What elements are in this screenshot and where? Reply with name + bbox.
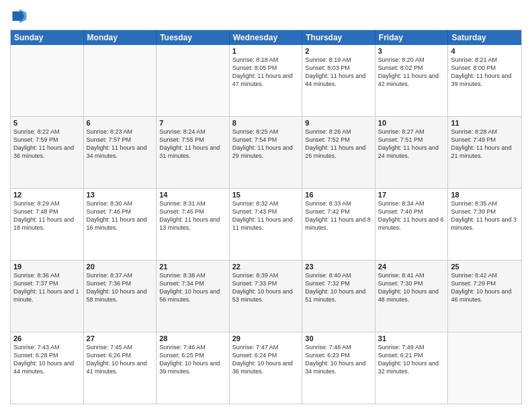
empty-cell — [84, 45, 157, 116]
cell-details: Sunrise: 8:27 AM Sunset: 7:51 PM Dayligh… — [378, 128, 445, 161]
cell-details: Sunrise: 7:46 AM Sunset: 6:25 PM Dayligh… — [159, 343, 226, 376]
calendar-body: 1Sunrise: 8:18 AM Sunset: 8:05 PM Daylig… — [11, 45, 521, 404]
day-cell-8: 8Sunrise: 8:25 AM Sunset: 7:54 PM Daylig… — [230, 117, 303, 188]
cell-details: Sunrise: 8:31 AM Sunset: 7:45 PM Dayligh… — [159, 199, 226, 232]
day-number: 23 — [305, 263, 372, 271]
day-number: 6 — [87, 119, 154, 127]
cell-details: Sunrise: 8:37 AM Sunset: 7:36 PM Dayligh… — [87, 271, 154, 304]
day-number: 16 — [305, 191, 372, 199]
svg-marker-3 — [13, 11, 25, 21]
empty-cell — [11, 45, 84, 116]
day-cell-6: 6Sunrise: 8:23 AM Sunset: 7:57 PM Daylig… — [84, 117, 157, 188]
day-number: 3 — [378, 47, 445, 55]
day-number: 17 — [378, 191, 445, 199]
day-cell-29: 29Sunrise: 7:47 AM Sunset: 6:24 PM Dayli… — [230, 332, 303, 404]
day-cell-12: 12Sunrise: 8:29 AM Sunset: 7:48 PM Dayli… — [11, 189, 84, 260]
calendar-row-4: 26Sunrise: 7:43 AM Sunset: 6:28 PM Dayli… — [11, 332, 521, 404]
cell-details: Sunrise: 8:33 AM Sunset: 7:42 PM Dayligh… — [305, 199, 372, 232]
day-number: 10 — [378, 119, 445, 127]
day-number: 21 — [159, 263, 226, 271]
day-cell-15: 15Sunrise: 8:32 AM Sunset: 7:43 PM Dayli… — [230, 189, 303, 260]
day-number: 5 — [13, 119, 81, 127]
cell-details: Sunrise: 8:42 AM Sunset: 7:29 PM Dayligh… — [451, 271, 519, 304]
day-cell-16: 16Sunrise: 8:33 AM Sunset: 7:42 PM Dayli… — [302, 189, 375, 260]
day-number: 14 — [159, 191, 226, 199]
day-cell-17: 17Sunrise: 8:34 AM Sunset: 7:40 PM Dayli… — [375, 189, 449, 260]
day-cell-28: 28Sunrise: 7:46 AM Sunset: 6:25 PM Dayli… — [157, 332, 230, 404]
day-number: 28 — [159, 334, 226, 342]
day-number: 8 — [232, 119, 300, 127]
day-cell-13: 13Sunrise: 8:30 AM Sunset: 7:46 PM Dayli… — [84, 189, 157, 260]
header-day-tuesday: Tuesday — [157, 30, 230, 45]
cell-details: Sunrise: 8:38 AM Sunset: 7:34 PM Dayligh… — [159, 271, 226, 304]
calendar-header: SundayMondayTuesdayWednesdayThursdayFrid… — [11, 30, 521, 45]
logo — [10, 7, 32, 26]
cell-details: Sunrise: 8:26 AM Sunset: 7:52 PM Dayligh… — [305, 128, 372, 161]
day-cell-24: 24Sunrise: 8:41 AM Sunset: 7:30 PM Dayli… — [375, 261, 449, 332]
cell-details: Sunrise: 8:41 AM Sunset: 7:30 PM Dayligh… — [378, 271, 445, 304]
cell-details: Sunrise: 8:32 AM Sunset: 7:43 PM Dayligh… — [232, 199, 300, 232]
header — [10, 7, 522, 26]
day-number: 13 — [87, 191, 154, 199]
day-cell-2: 2Sunrise: 8:19 AM Sunset: 8:03 PM Daylig… — [302, 45, 375, 116]
day-number: 15 — [232, 191, 300, 199]
cell-details: Sunrise: 8:20 AM Sunset: 8:02 PM Dayligh… — [378, 56, 445, 89]
day-cell-4: 4Sunrise: 8:21 AM Sunset: 8:00 PM Daylig… — [448, 45, 521, 116]
day-cell-5: 5Sunrise: 8:22 AM Sunset: 7:59 PM Daylig… — [11, 117, 84, 188]
cell-details: Sunrise: 8:19 AM Sunset: 8:03 PM Dayligh… — [305, 56, 372, 89]
day-number: 25 — [451, 263, 519, 271]
cell-details: Sunrise: 8:30 AM Sunset: 7:46 PM Dayligh… — [87, 199, 154, 232]
calendar-row-2: 12Sunrise: 8:29 AM Sunset: 7:48 PM Dayli… — [11, 188, 521, 260]
day-cell-31: 31Sunrise: 7:49 AM Sunset: 6:21 PM Dayli… — [375, 332, 449, 404]
cell-details: Sunrise: 8:36 AM Sunset: 7:37 PM Dayligh… — [13, 271, 81, 304]
day-number: 11 — [451, 119, 519, 127]
day-number: 29 — [232, 334, 300, 342]
day-number: 2 — [305, 47, 372, 55]
cell-details: Sunrise: 8:39 AM Sunset: 7:33 PM Dayligh… — [232, 271, 300, 304]
day-number: 4 — [451, 47, 519, 55]
header-day-monday: Monday — [84, 30, 157, 45]
header-day-friday: Friday — [375, 30, 449, 45]
header-day-thursday: Thursday — [302, 30, 375, 45]
empty-cell — [157, 45, 230, 116]
day-cell-19: 19Sunrise: 8:36 AM Sunset: 7:37 PM Dayli… — [11, 261, 84, 332]
cell-details: Sunrise: 8:35 AM Sunset: 7:39 PM Dayligh… — [451, 199, 519, 232]
header-day-wednesday: Wednesday — [230, 30, 303, 45]
day-cell-18: 18Sunrise: 8:35 AM Sunset: 7:39 PM Dayli… — [448, 189, 521, 260]
day-cell-23: 23Sunrise: 8:40 AM Sunset: 7:32 PM Dayli… — [302, 261, 375, 332]
day-number: 31 — [378, 334, 445, 342]
day-cell-27: 27Sunrise: 7:45 AM Sunset: 6:26 PM Dayli… — [84, 332, 157, 404]
calendar-row-0: 1Sunrise: 8:18 AM Sunset: 8:05 PM Daylig… — [11, 45, 521, 116]
day-number: 24 — [378, 263, 445, 271]
day-cell-25: 25Sunrise: 8:42 AM Sunset: 7:29 PM Dayli… — [448, 261, 521, 332]
cell-details: Sunrise: 7:43 AM Sunset: 6:28 PM Dayligh… — [13, 343, 81, 376]
day-number: 7 — [159, 119, 226, 127]
day-cell-1: 1Sunrise: 8:18 AM Sunset: 8:05 PM Daylig… — [230, 45, 303, 116]
day-number: 30 — [305, 334, 372, 342]
day-number: 27 — [87, 334, 154, 342]
day-cell-20: 20Sunrise: 8:37 AM Sunset: 7:36 PM Dayli… — [84, 261, 157, 332]
day-cell-9: 9Sunrise: 8:26 AM Sunset: 7:52 PM Daylig… — [302, 117, 375, 188]
calendar: SundayMondayTuesdayWednesdayThursdayFrid… — [10, 30, 522, 404]
cell-details: Sunrise: 7:48 AM Sunset: 6:23 PM Dayligh… — [305, 343, 372, 376]
cell-details: Sunrise: 8:23 AM Sunset: 7:57 PM Dayligh… — [87, 128, 154, 161]
day-number: 19 — [13, 263, 81, 271]
day-cell-22: 22Sunrise: 8:39 AM Sunset: 7:33 PM Dayli… — [230, 261, 303, 332]
calendar-row-1: 5Sunrise: 8:22 AM Sunset: 7:59 PM Daylig… — [11, 116, 521, 188]
cell-details: Sunrise: 7:45 AM Sunset: 6:26 PM Dayligh… — [87, 343, 154, 376]
cell-details: Sunrise: 8:21 AM Sunset: 8:00 PM Dayligh… — [451, 56, 519, 89]
cell-details: Sunrise: 7:47 AM Sunset: 6:24 PM Dayligh… — [232, 343, 300, 376]
cell-details: Sunrise: 8:25 AM Sunset: 7:54 PM Dayligh… — [232, 128, 300, 161]
day-cell-11: 11Sunrise: 8:28 AM Sunset: 7:49 PM Dayli… — [448, 117, 521, 188]
day-number: 20 — [87, 263, 154, 271]
header-day-saturday: Saturday — [448, 30, 521, 45]
day-number: 9 — [305, 119, 372, 127]
empty-cell — [448, 332, 521, 404]
cell-details: Sunrise: 8:29 AM Sunset: 7:48 PM Dayligh… — [13, 199, 81, 232]
day-cell-21: 21Sunrise: 8:38 AM Sunset: 7:34 PM Dayli… — [157, 261, 230, 332]
day-cell-14: 14Sunrise: 8:31 AM Sunset: 7:45 PM Dayli… — [157, 189, 230, 260]
day-number: 26 — [13, 334, 81, 342]
cell-details: Sunrise: 8:22 AM Sunset: 7:59 PM Dayligh… — [13, 128, 81, 161]
cell-details: Sunrise: 7:49 AM Sunset: 6:21 PM Dayligh… — [378, 343, 445, 376]
logo-icon — [10, 7, 29, 26]
